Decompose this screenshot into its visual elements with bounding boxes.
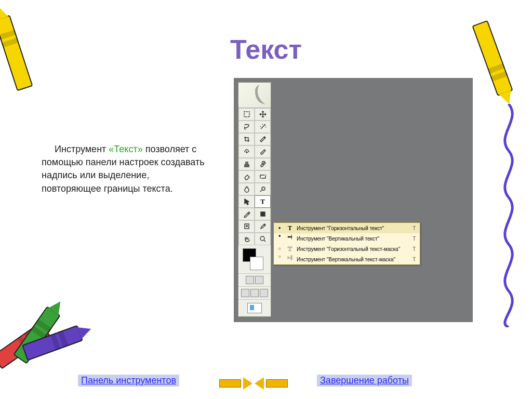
tool-history-brush[interactable] [255, 158, 271, 170]
background-swatch[interactable] [250, 257, 263, 270]
flyout-item-label: Инструмент "Горизонтальный текст" [297, 225, 400, 231]
tool-slice[interactable] [255, 133, 271, 145]
tool-healing[interactable] [238, 145, 255, 158]
flyout-item-3[interactable]: •TИнструмент "Вертикальный текст-маска"T [274, 254, 420, 264]
jump-to-imageready[interactable] [238, 299, 271, 316]
nav-prev-link[interactable]: Панель инструментов [78, 375, 179, 387]
tool-brush[interactable] [255, 145, 271, 158]
tool-move[interactable] [255, 108, 271, 121]
nav-next-link[interactable]: Завершение работы [317, 375, 412, 387]
tool-hand[interactable] [238, 233, 255, 245]
tool-shape[interactable] [255, 208, 271, 220]
tool-notes[interactable] [238, 220, 255, 233]
squiggle-decor-right [493, 104, 524, 327]
tool-path-select[interactable] [238, 195, 255, 208]
quickmask-mode-button[interactable] [255, 276, 263, 284]
tool-gradient[interactable] [255, 170, 271, 183]
flyout-item-1[interactable]: •TИнструмент "Вертикальный текст"T [274, 233, 420, 244]
quickmask-row [238, 273, 271, 286]
flyout-item-label: Инструмент "Вертикальный текст" [297, 236, 400, 242]
tool-eyedropper[interactable] [255, 220, 271, 233]
screenmode-standard-button[interactable] [241, 289, 249, 297]
flyout-item-0[interactable]: •TИнструмент "Горизонтальный текст"T [274, 223, 420, 233]
tool-rect-marquee[interactable] [238, 108, 255, 121]
screenmode-row [238, 286, 271, 299]
tool-magic-wand[interactable] [255, 121, 271, 133]
svg-rect-0 [244, 112, 249, 117]
flyout-type-icon: T [286, 256, 294, 263]
flyout-type-icon: T [286, 235, 294, 242]
flyout-item-label: Инструмент "Вертикальный текст-маска" [297, 257, 400, 262]
tool-stamp[interactable] [238, 158, 255, 170]
flyout-item-icon: • [276, 256, 283, 263]
flyout-item-shortcut: T [413, 225, 416, 231]
standard-mode-button[interactable] [246, 276, 254, 284]
flyout-item-shortcut: T [413, 236, 416, 242]
ps-toolbox: T [238, 82, 271, 317]
flyout-item-label: Инструмент "Горизонтальный текст-маска" [297, 246, 400, 252]
nav-arrow-divider [219, 377, 288, 390]
flyout-type-icon: T [286, 224, 294, 232]
svg-point-5 [260, 236, 264, 241]
body-paragraph: Инструмент «Текст» позволяет с помощью п… [42, 143, 208, 195]
toolbox-header [238, 83, 271, 108]
tool-type[interactable]: T [255, 195, 271, 208]
tool-pen[interactable] [238, 208, 255, 220]
flyout-item-shortcut: T [413, 257, 416, 262]
slide-title: Текст [0, 34, 532, 65]
flyout-item-2[interactable]: •TИнструмент "Горизонтальный текст-маска… [274, 244, 420, 254]
tool-lasso[interactable] [238, 121, 255, 133]
svg-point-2 [262, 187, 265, 190]
flyout-item-shortcut: T [413, 246, 416, 252]
crayon-decor-bottom-left [8, 300, 91, 363]
flyout-item-icon: • [276, 235, 283, 242]
svg-rect-3 [261, 212, 265, 216]
flyout-item-icon: • [276, 245, 283, 252]
flyout-type-icon: T [286, 245, 294, 252]
tool-dodge[interactable] [255, 183, 271, 195]
tool-crop[interactable] [238, 133, 255, 145]
screenmode-full-button[interactable] [260, 289, 268, 297]
tool-zoom[interactable] [255, 233, 271, 245]
tool-eraser[interactable] [238, 170, 255, 183]
para-prefix: Инструмент [55, 144, 109, 154]
photoshop-screenshot: T •TИнструмент "Горизонтальный текст"T•T… [234, 78, 473, 322]
tool-blur[interactable] [238, 183, 255, 195]
type-tool-flyout: •TИнструмент "Горизонтальный текст"T•TИн… [273, 222, 420, 265]
flyout-item-icon: • [276, 224, 283, 232]
color-swatches[interactable] [238, 245, 271, 273]
para-keyword: «Текст» [109, 144, 142, 154]
screenmode-full-menu-button[interactable] [250, 289, 259, 297]
